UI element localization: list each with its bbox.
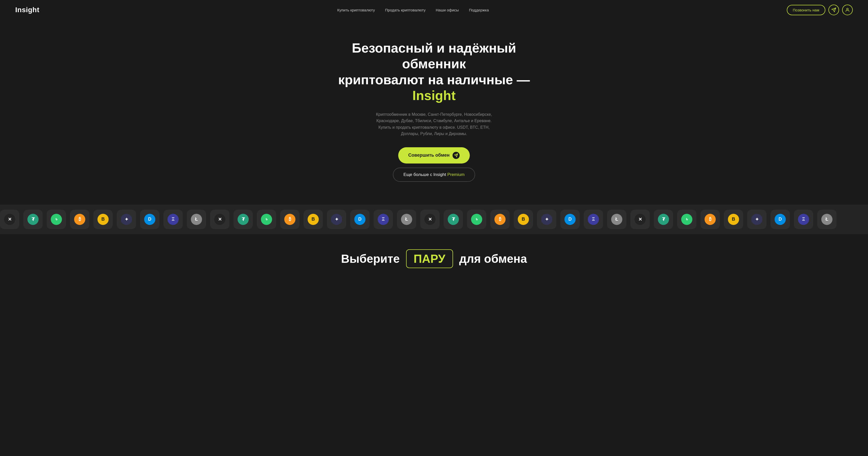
hero-title: Безопасный и надёжный обменник криптовал…	[330, 40, 538, 103]
crypto-coin-ltc: Ł	[817, 210, 837, 229]
telegram-button[interactable]	[828, 5, 839, 15]
crypto-coin-btc: ₿	[280, 210, 300, 229]
crypto-coin-ltc: Ł	[397, 210, 416, 229]
nav-sell[interactable]: Продать криптовалюту	[385, 8, 426, 12]
crypto-coin-xrp: ✕	[0, 210, 19, 229]
crypto-coin-ltc: Ł	[607, 210, 626, 229]
crypto-coin-dash: D	[140, 210, 159, 229]
user-icon	[845, 7, 850, 12]
crypto-coin-bnb: B	[514, 210, 533, 229]
nav-buy[interactable]: Купить криптовалюту	[337, 8, 375, 12]
crypto-coin-stellar: ✦	[327, 210, 346, 229]
telegram-icon	[831, 7, 836, 12]
cta-primary-button[interactable]: Совершить обмен	[398, 147, 470, 163]
crypto-coin-dash: D	[350, 210, 370, 229]
crypto-coin-stellar: ✦	[537, 210, 556, 229]
hero-description: Криптообменник в Москве, Санкт-Петербург…	[368, 111, 500, 137]
header: Insight Купить криптовалюту Продать крип…	[0, 0, 868, 20]
svg-point-0	[847, 8, 848, 10]
call-button[interactable]: Позвонить нам	[787, 5, 825, 15]
crypto-coin-dash: D	[560, 210, 580, 229]
pair-highlight: ПАРУ	[406, 249, 453, 268]
hero-section: Безопасный и надёжный обменник криптовал…	[320, 20, 548, 197]
crypto-coin-usdt: ₮	[23, 210, 43, 229]
crypto-coin-eth: Ξ	[584, 210, 603, 229]
crypto-coin-xrp: ✕	[420, 210, 440, 229]
crypto-coin-ltc: Ł	[187, 210, 206, 229]
crypto-coin-eth: Ξ	[794, 210, 813, 229]
pair-section: Выберите ПАРУ для обмена	[0, 234, 868, 278]
crypto-coin-eth: Ξ	[163, 210, 183, 229]
nav-offices[interactable]: Наши офисы	[436, 8, 459, 12]
header-actions: Позвонить нам	[787, 5, 853, 15]
cta-secondary-button[interactable]: Еще больше с Insight Premium	[393, 168, 475, 182]
telegram-send-icon	[453, 152, 460, 159]
crypto-coin-bnb: B	[724, 210, 743, 229]
profile-button[interactable]	[842, 5, 853, 15]
crypto-coin-usdt: ₮	[444, 210, 463, 229]
main-nav: Купить криптовалюту Продать криптовалюту…	[337, 8, 489, 12]
crypto-coin-bnb: B	[93, 210, 113, 229]
crypto-coin-stellar: ✦	[747, 210, 767, 229]
crypto-coin-taka: ৳	[47, 210, 66, 229]
crypto-coin-btc: ₿	[701, 210, 720, 229]
crypto-coin-btc: ₿	[70, 210, 89, 229]
crypto-ticker: ✕₮৳₿B✦DΞŁ✕₮৳₿B✦DΞŁ✕₮৳₿B✦DΞŁ✕₮৳₿B✦DΞŁ	[0, 205, 868, 234]
crypto-coin-xrp: ✕	[630, 210, 650, 229]
crypto-coin-usdt: ₮	[654, 210, 673, 229]
nav-support[interactable]: Поддержка	[469, 8, 489, 12]
crypto-coin-eth: Ξ	[374, 210, 393, 229]
crypto-coin-taka: ৳	[467, 210, 486, 229]
crypto-coin-xrp: ✕	[210, 210, 229, 229]
crypto-coin-stellar: ✦	[117, 210, 136, 229]
ticker-track: ✕₮৳₿B✦DΞŁ✕₮৳₿B✦DΞŁ✕₮৳₿B✦DΞŁ✕₮৳₿B✦DΞŁ	[0, 210, 837, 229]
pair-heading: Выберите ПАРУ для обмена	[10, 249, 858, 268]
crypto-coin-bnb: B	[304, 210, 323, 229]
logo: Insight	[15, 6, 39, 14]
crypto-coin-taka: ৳	[257, 210, 276, 229]
crypto-coin-btc: ₿	[490, 210, 509, 229]
crypto-coin-usdt: ₮	[234, 210, 253, 229]
crypto-coin-dash: D	[771, 210, 790, 229]
hero-buttons: Совершить обмен Еще больше с Insight Pre…	[330, 147, 538, 182]
crypto-coin-taka: ৳	[677, 210, 696, 229]
